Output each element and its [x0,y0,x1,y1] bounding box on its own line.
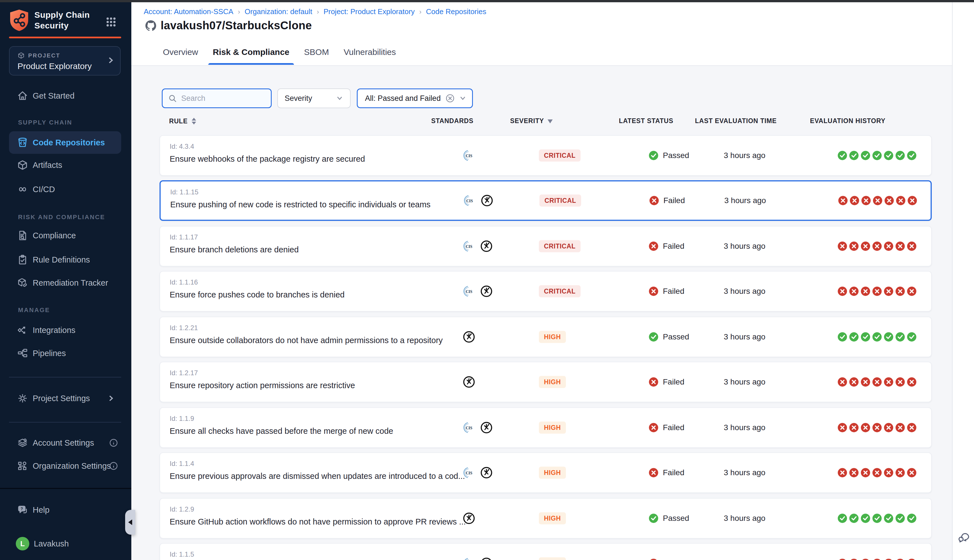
history-fail-icon [872,287,882,296]
rule-name: Ensure outside collaborators do not have… [170,336,443,345]
history-pass-icon [907,513,917,523]
info-icon[interactable] [109,438,118,447]
standards-cell: CIS [463,285,493,297]
sidebar: Supply Chain Security PROJECT Product Ex… [0,2,131,560]
history-fail-icon [837,468,847,477]
table-row[interactable]: Id: 1.1.15Ensure pushing of new code is … [160,180,932,221]
section-supply-chain: SUPPLY CHAIN [18,119,72,126]
sidebar-item-code-repositories[interactable]: Code Repositories [9,131,121,154]
standard-cis-icon: CIS [463,195,475,207]
evaluation-time: 3 hours ago [724,151,766,160]
history-pass-icon [896,332,905,342]
history-fail-icon [873,196,882,205]
history-fail-icon [849,468,859,477]
status-text: Failed [663,242,684,251]
status-failed-icon [649,423,658,432]
table-row[interactable]: Id: 1.2.17Ensure repository action permi… [160,362,932,402]
history-pass-icon [849,513,859,523]
sidebar-item-organization-settings[interactable]: Organization Settings [9,455,121,477]
user-menu[interactable]: L Lavakush [9,532,121,555]
severity-badge: CRITICAL [539,195,581,207]
history-fail-icon [884,196,894,205]
status-passed-icon [649,513,658,523]
history-fail-icon [872,468,882,477]
rule-id: Id: 4.3.4 [170,143,194,150]
sidebar-item-integrations[interactable]: Integrations [9,319,121,342]
sidebar-item-compliance[interactable]: Compliance [9,224,121,247]
collapse-arrow-icon [128,520,132,525]
sidebar-collapse-handle[interactable] [125,510,135,535]
table-row[interactable]: Id: 1.1.17Ensure branch deletions are de… [160,226,932,267]
history-fail-icon [907,468,917,477]
standard-owasp-icon [463,512,475,525]
history-fail-icon [907,423,917,432]
rule-id: Id: 1.1.4 [170,460,194,468]
table-row[interactable]: Id: 1.2.21Ensure outside collaborators d… [160,317,932,357]
severity-badge: HIGH [539,376,566,388]
table-row[interactable]: Id: 1.1.16Ensure force pushes code to br… [160,271,932,312]
history-fail-icon [907,242,917,251]
sidebar-item-artifacts[interactable]: Artifacts [9,154,121,176]
pipelines-icon [17,348,28,359]
history-pass-icon [849,151,859,160]
history-fail-icon [872,242,882,251]
sidebar-item-help[interactable]: ? Help [9,498,121,521]
status-cell: Failed [649,242,684,251]
cube-icon [17,52,25,59]
history-fail-icon [838,196,848,205]
app-logo[interactable]: Supply Chain Security [9,9,122,32]
sidebar-item-remediation-tracker[interactable]: Remediation Tracker [9,272,121,294]
history-pass-icon [907,332,917,342]
rule-name: Ensure previous approvals are dismissed … [170,472,465,481]
history-pass-icon [861,151,870,160]
history-fail-icon [884,468,893,477]
standard-owasp-icon [480,285,493,297]
chat-feedback-icon[interactable] [957,530,971,544]
evaluation-time: 3 hours ago [724,196,766,205]
divider [9,377,121,377]
status-cell: Passed [649,332,689,342]
sidebar-item-pipelines[interactable]: Pipelines [9,342,121,365]
svg-text:CIS: CIS [465,153,472,158]
history-fail-icon [861,468,870,477]
gear-icon [17,393,28,404]
document-search-icon [17,230,28,241]
history-fail-icon [896,468,905,477]
info-icon[interactable] [109,462,118,470]
sidebar-item-rule-definitions[interactable]: Rule Definitions [9,248,121,271]
history-fail-icon [861,423,870,432]
app-window: Supply Chain Security PROJECT Product Ex… [0,0,974,560]
sidebar-item-account-settings[interactable]: Account Settings [9,432,121,454]
history-pass-icon [861,513,870,523]
status-cell: Failed [649,423,684,432]
table-row[interactable]: Id: 1.1.9Ensure all checks have passed b… [160,407,932,448]
history-fail-icon [896,377,905,387]
status-text: Failed [663,287,684,296]
standards-cell: CIS [463,240,493,252]
history-pass-icon [884,151,893,160]
shield-logo-icon [9,9,29,32]
integrations-icon [17,325,28,336]
rule-id: Id: 1.2.17 [170,369,198,377]
table-row[interactable]: Id: 1.1.4Ensure previous approvals are d… [160,452,932,493]
history-fail-icon [884,242,893,251]
history-fail-icon [849,287,859,296]
sidebar-item-project-settings[interactable]: Project Settings [9,387,121,410]
project-selector[interactable]: PROJECT Product Exploratory [9,46,121,75]
history-fail-icon [849,558,859,560]
evaluation-time: 3 hours ago [724,287,766,296]
table-row[interactable]: Id: 4.3.4Ensure webhooks of the package … [160,135,932,176]
rule-id: Id: 1.1.16 [170,278,198,286]
app-grid-icon[interactable] [106,17,116,27]
table-row[interactable]: Id: 1.2.9Ensure GitHub action workflows … [160,498,932,538]
history-pass-icon [896,513,905,523]
sidebar-item-get-started[interactable]: Get Started [9,85,121,107]
severity-badge: HIGH [539,512,566,525]
history-fail-icon [907,196,917,205]
table-row[interactable]: Id: 1.1.5CISHIGHFailed3 hours ago [160,543,932,560]
status-cell: Passed [649,513,689,523]
standard-owasp-icon [481,194,493,207]
standard-cis-icon: CIS [463,240,475,252]
sidebar-item-cicd[interactable]: CI/CD [9,178,121,200]
svg-text:CIS: CIS [465,244,472,249]
